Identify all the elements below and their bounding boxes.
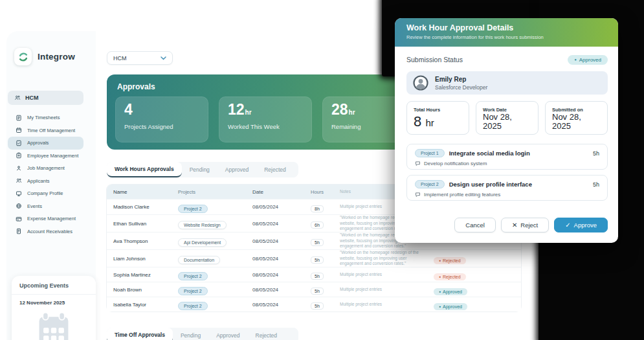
project-pill: Documentation — [178, 256, 220, 264]
project-pill: Project 2 — [178, 287, 208, 295]
col-header-projects: Projects — [172, 189, 246, 195]
project-entry: Project 2 Design user profile interface … — [406, 175, 608, 201]
approve-button[interactable]: ✓Approve — [554, 218, 608, 232]
sidebar-item-job-management[interactable]: Job Management — [8, 162, 83, 175]
tab-work-hours-approvals[interactable]: Work Hours Approvals — [107, 162, 182, 177]
table-row[interactable]: Liam Johnson Documentation 08/05/2024 5h… — [107, 249, 521, 267]
cell-date: 08/05/2024 — [246, 204, 304, 210]
sidebar-item-employee-management[interactable]: Employee Management — [8, 150, 83, 163]
sidebar-item-account-receivables[interactable]: Account Receivables — [8, 225, 83, 238]
cell-name: Ava Thompson — [107, 238, 172, 244]
stat-card-projects-assigned: 4 Projects Assigned — [115, 96, 208, 142]
hours-chip: 5h — [311, 302, 324, 310]
module-select[interactable]: HCM — [107, 51, 173, 65]
entry-title: Design user profile interface — [449, 181, 532, 188]
monitor-icon — [16, 190, 22, 197]
table-row[interactable]: Noah Brown Project 2 08/05/2024 5h Multi… — [107, 282, 521, 297]
sidebar-item-approvals[interactable]: Approvals — [8, 137, 83, 150]
modal-header: Work Hour Approval Details Review the co… — [395, 18, 618, 47]
project-pill: Project 2 — [178, 272, 208, 280]
status-badge: Approved — [434, 303, 467, 310]
info-unit: hr — [425, 117, 434, 128]
receipt-icon — [16, 228, 22, 234]
stat-card-worked-this-week: 12hr Worked This Week — [219, 96, 312, 142]
cancel-button[interactable]: Cancel — [454, 218, 496, 232]
cell-name: Noah Brown — [107, 287, 172, 293]
entry-title: Integrate social media login — [449, 150, 530, 157]
tab-pending[interactable]: Pending — [182, 162, 217, 177]
project-pill: Project 2 — [178, 302, 208, 310]
cell-date: 08/05/2024 — [246, 221, 304, 227]
calendar-illustration-icon — [12, 310, 96, 340]
sidebar-item-company-profile[interactable]: Company Profile — [8, 187, 83, 200]
tab-approved[interactable]: Approved — [217, 162, 256, 177]
employee-role: Salesforce Developer — [435, 84, 487, 91]
tab-rejected[interactable]: Rejected — [256, 162, 294, 177]
sidebar-item-label: Time Off Management — [27, 128, 75, 133]
tab-time-off-approvals[interactable]: Time Off Approvals — [107, 328, 173, 340]
cell-date: 08/05/2024 — [246, 302, 304, 308]
project-pill: Api Developement — [178, 238, 227, 247]
status-badge: Approved — [434, 288, 467, 295]
cell-notes: Multiple project entries — [333, 272, 427, 278]
submission-status-label: Submission Status — [406, 56, 463, 63]
cell-notes: Multiple project entries — [333, 287, 427, 293]
hours-chip: 6h — [311, 221, 324, 229]
approvals-summary-title: Approvals — [117, 82, 155, 91]
col-header-date: Date — [246, 189, 304, 195]
modal-title: Work Hour Approval Details — [406, 23, 606, 32]
employee-card: Emily Rep Salesforce Developer — [406, 71, 608, 95]
reject-button[interactable]: ✕Reject — [501, 218, 549, 232]
upcoming-events-date: 12 November 2025 — [12, 295, 96, 306]
hours-chip: 8h — [311, 205, 324, 212]
tab-approved[interactable]: Approved — [208, 328, 247, 340]
status-badge: Rejected — [434, 257, 466, 264]
cell-date: 08/05/2024 — [246, 272, 304, 278]
hours-chip: 5h — [311, 273, 324, 280]
clipboard-icon — [16, 152, 22, 159]
stat-value: 28 — [331, 101, 348, 118]
cell-name: Ethan Sullivan — [107, 221, 172, 227]
time-off-tabs: Time Off Approvals Pending Approved Reje… — [107, 328, 298, 340]
project-pill: Project 1 — [415, 149, 445, 157]
stat-value: 4 — [124, 101, 133, 118]
submitted-on-card: Submitted on Nov 28, 2025 — [545, 101, 608, 135]
avatar — [413, 75, 428, 91]
stat-unit: hr — [245, 109, 252, 116]
sidebar-item-time-off-management[interactable]: Time Off Management — [8, 124, 83, 137]
chevron-down-icon — [161, 56, 166, 60]
check-icon: ✓ — [565, 221, 570, 229]
tab-pending[interactable]: Pending — [173, 328, 208, 340]
table-row[interactable]: Isabella Taylor Project 2 08/05/2024 5h … — [107, 297, 521, 312]
project-pill: Project 2 — [415, 180, 445, 188]
sidebar-item-label: Job Management — [27, 165, 65, 171]
sidebar-item-label: Account Receivables — [27, 229, 72, 234]
project-pill: Project 2 — [178, 205, 208, 213]
globe-icon — [16, 203, 22, 209]
sidebar-item-label: Applicants — [27, 178, 50, 184]
sidebar-section-hcm[interactable]: HCM — [8, 91, 83, 105]
sidebar-item-label: Company Profile — [27, 190, 63, 196]
table-row[interactable]: Sophia Martinez Project 2 08/05/2024 5h … — [107, 267, 521, 282]
sidebar-item-label: Approvals — [27, 140, 49, 146]
work-hour-approval-modal: Work Hour Approval Details Review the co… — [395, 18, 618, 243]
sidebar-item-label: Employee Management — [27, 153, 78, 159]
total-hours-card: Total Hours 8 hr — [406, 101, 469, 135]
info-label: Total Hours — [414, 107, 462, 113]
approve-label: Approve — [574, 221, 597, 229]
status-badge: Rejected — [434, 273, 466, 280]
hours-chip: 5h — [311, 256, 324, 264]
sidebar-item-expense-management[interactable]: Expense Management — [8, 212, 83, 225]
sidebar-item-events[interactable]: Events — [8, 200, 83, 213]
cell-notes: "Worked on the homepage redesign of the … — [333, 250, 427, 267]
cell-notes: Multiple project entries — [333, 302, 427, 308]
upcoming-events-title: Upcoming Events — [12, 276, 96, 295]
tab-rejected[interactable]: Rejected — [248, 328, 285, 340]
people-icon — [14, 95, 21, 101]
sidebar-item-my-timesheets[interactable]: My Timesheets — [8, 111, 83, 124]
stat-unit: hr — [349, 109, 355, 116]
comment-icon — [415, 192, 421, 198]
sidebar-item-applicants[interactable]: Applicants — [8, 175, 83, 188]
timesheet-icon — [16, 115, 22, 121]
cancel-label: Cancel — [465, 221, 485, 229]
